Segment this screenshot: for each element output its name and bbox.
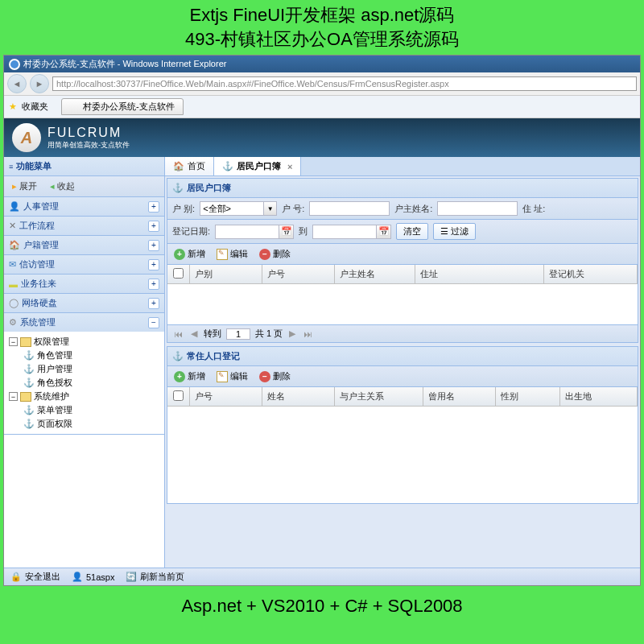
brand-slogan: 用简单创造高效-支点软件: [47, 140, 130, 151]
edit-icon: [217, 249, 228, 260]
sidebar-item-workflow[interactable]: ✕工作流程+: [4, 217, 164, 235]
expand-btn-icon[interactable]: +: [148, 201, 159, 213]
sidebar-item-hr[interactable]: 👤人事管理+: [4, 197, 164, 216]
logo-icon: [12, 123, 41, 152]
address-bar[interactable]: [52, 76, 637, 91]
pager-prev-icon[interactable]: ◀: [189, 328, 199, 339]
col-name[interactable]: 姓名: [262, 387, 335, 406]
grid1-header: 户别 户号 户主姓名 住址 登记机关: [167, 265, 638, 284]
favorites-label[interactable]: 收藏夹: [22, 101, 48, 113]
tree-leaf-page[interactable]: ⚓页面权限: [6, 417, 163, 431]
sidebar-item-census[interactable]: 🏠户籍管理+: [4, 236, 164, 254]
sidebar-item-petition[interactable]: ✉信访管理+: [4, 255, 164, 274]
clear-button[interactable]: 清空: [396, 223, 428, 240]
expand-icon: ▸: [12, 181, 17, 192]
star-icon: ★: [9, 101, 17, 112]
tab-home[interactable]: 🏠首页: [165, 157, 214, 175]
anchor-icon: ⚓: [23, 378, 35, 388]
grid1-pager: ⏮ ◀ 转到 共 1 页 ▶ ⏭: [167, 324, 638, 342]
col-owner[interactable]: 户主姓名: [335, 265, 415, 283]
user-info[interactable]: 👤51aspx: [72, 572, 114, 582]
panel1-header: ⚓居民户口簿: [167, 179, 638, 198]
date-to-input[interactable]: [312, 225, 377, 239]
calendar-icon[interactable]: 📅: [377, 225, 391, 239]
filter-row-2: 登记日期: 📅 到 📅 清空 ☰过滤: [167, 220, 638, 244]
date-from-input[interactable]: [215, 225, 279, 239]
add-icon: +: [174, 249, 185, 260]
col-checkbox[interactable]: [167, 265, 190, 283]
house-icon: 🏠: [9, 240, 20, 250]
tree-toggle-icon[interactable]: −: [9, 392, 18, 401]
grid2-toolbar: +新增 编辑 −删除: [167, 366, 638, 387]
type-select[interactable]: [200, 201, 264, 216]
col-birthplace[interactable]: 出生地: [560, 387, 638, 406]
filter-row-1: 户 别: ▼ 户 号: 户主姓名: 住 址:: [167, 198, 638, 220]
pager-first-icon[interactable]: ⏮: [172, 329, 184, 339]
select-all-checkbox[interactable]: [173, 268, 184, 279]
expand-button[interactable]: ▸展开: [9, 179, 40, 194]
expand-btn-icon[interactable]: +: [148, 240, 159, 251]
tree-leaf-role[interactable]: ⚓角色管理: [6, 349, 163, 362]
expand-btn-icon[interactable]: +: [148, 298, 159, 309]
panel-residents: ⚓常住人口登记 +新增 编辑 −删除 户号 姓名 与户主关系 曾用名 性别 出生…: [167, 346, 638, 504]
delete-button[interactable]: −删除: [258, 246, 292, 262]
pager-page-input[interactable]: [226, 328, 250, 340]
tree-leaf-user[interactable]: ⚓用户管理: [6, 362, 163, 376]
back-button[interactable]: ◄: [7, 74, 27, 93]
owner-input[interactable]: [437, 201, 518, 216]
grid2-body: [167, 407, 638, 503]
tree-toggle-icon[interactable]: −: [9, 337, 18, 346]
sidebar-header: ≡ 功能菜单: [4, 157, 164, 176]
filter-icon: ☰: [440, 226, 448, 237]
num-label: 户 号:: [282, 203, 304, 215]
filter-button[interactable]: ☰过滤: [433, 223, 476, 240]
banner-line1: Extjs FineUI开发框架 asp.net源码: [0, 3, 644, 27]
favorites-bar: ★ 收藏夹 村委办公系统-支点软件: [4, 96, 640, 118]
expand-btn-icon[interactable]: +: [148, 259, 159, 270]
pager-goto-label: 转到: [204, 328, 221, 340]
col-reg[interactable]: 登记机关: [544, 265, 638, 283]
col-relation[interactable]: 与户主关系: [335, 387, 423, 406]
col-num[interactable]: 户号: [262, 265, 335, 283]
sidebar-item-business[interactable]: ▬业务往来+: [4, 275, 164, 293]
tree-node-maint[interactable]: −系统维护: [6, 390, 163, 403]
anchor-icon: ⚓: [23, 419, 35, 429]
panel2-header: ⚓常住人口登记: [167, 347, 638, 366]
select-all-checkbox[interactable]: [173, 390, 184, 401]
forward-button[interactable]: ►: [30, 74, 49, 93]
col-checkbox[interactable]: [167, 387, 190, 406]
col-gender[interactable]: 性别: [496, 387, 560, 406]
refresh-button[interactable]: 🔄刷新当前页: [126, 571, 184, 583]
dropdown-icon[interactable]: ▼: [264, 201, 277, 216]
col-num[interactable]: 户号: [190, 387, 262, 406]
sidebar-title: 功能菜单: [16, 160, 52, 172]
delete-button[interactable]: −删除: [258, 369, 292, 384]
sidebar-item-system[interactable]: ⚙系统管理−: [4, 313, 164, 332]
tree-leaf-menu[interactable]: ⚓菜单管理: [6, 403, 163, 417]
browser-tab[interactable]: 村委办公系统-支点软件: [61, 98, 184, 115]
collapse-btn-icon[interactable]: −: [148, 317, 159, 328]
browser-window: 村委办公系统-支点软件 - Windows Internet Explorer …: [3, 55, 641, 586]
expand-btn-icon[interactable]: +: [148, 221, 159, 232]
logout-button[interactable]: 🔒安全退出: [10, 571, 60, 583]
pager-last-icon[interactable]: ⏭: [302, 329, 314, 339]
tab-strip: 🏠首页 ⚓居民户口簿×: [165, 157, 640, 176]
tree-leaf-auth[interactable]: ⚓角色授权: [6, 376, 163, 390]
tab-census[interactable]: ⚓居民户口簿×: [214, 157, 301, 175]
col-addr[interactable]: 住址: [415, 265, 544, 283]
col-alias[interactable]: 曾用名: [423, 387, 496, 406]
sidebar-item-netdisk[interactable]: ◯网络硬盘+: [4, 294, 164, 312]
add-button[interactable]: +新增: [172, 369, 207, 384]
expand-btn-icon[interactable]: +: [148, 279, 159, 290]
collapse-button[interactable]: ◂收起: [47, 179, 78, 194]
calendar-icon[interactable]: 📅: [279, 225, 294, 239]
tree-node-perm[interactable]: −权限管理: [6, 335, 163, 349]
collapse-sidebar-icon[interactable]: ≡: [9, 163, 13, 171]
pager-next-icon[interactable]: ▶: [287, 328, 297, 339]
col-type[interactable]: 户别: [190, 265, 262, 283]
close-tab-icon[interactable]: ×: [287, 162, 292, 171]
edit-button[interactable]: 编辑: [215, 246, 250, 262]
add-button[interactable]: +新增: [172, 246, 207, 262]
edit-button[interactable]: 编辑: [215, 369, 250, 384]
num-input[interactable]: [309, 201, 390, 216]
